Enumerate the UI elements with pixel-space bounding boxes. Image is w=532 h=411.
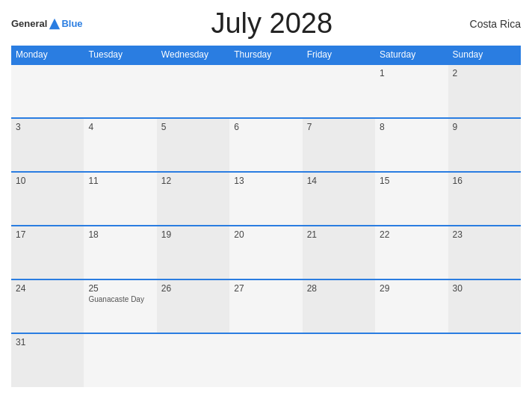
header-wednesday: Wednesday — [157, 46, 229, 64]
day-cell: 19 — [157, 226, 229, 279]
day-number: 11 — [88, 176, 152, 186]
svg-marker-0 — [49, 18, 60, 28]
country-label: Costa Rica — [461, 18, 521, 30]
day-cell: 7 — [303, 118, 375, 172]
week-row-4: 17181920212223 — [11, 226, 521, 279]
header-sunday: Sunday — [448, 46, 521, 64]
calendar-wrapper: General Blue July 2028 Costa Rica Monday… — [0, 0, 532, 411]
day-number: 4 — [88, 122, 152, 132]
day-number: 3 — [16, 122, 79, 132]
day-cell: 24 — [11, 279, 84, 333]
week-row-1: 12 — [11, 64, 521, 118]
day-cell: 16 — [448, 172, 521, 226]
day-cell: 25Guanacaste Day — [84, 279, 156, 333]
day-number: 27 — [234, 283, 297, 294]
day-number: 28 — [307, 283, 371, 294]
day-number: 2 — [453, 68, 516, 78]
day-number: 12 — [161, 176, 225, 186]
day-number: 9 — [453, 122, 516, 132]
day-cell — [157, 333, 229, 387]
day-cell: 2 — [448, 64, 521, 118]
day-cell — [229, 333, 302, 387]
week-row-2: 3456789 — [11, 118, 521, 172]
header-tuesday: Tuesday — [84, 46, 156, 64]
day-number: 29 — [380, 283, 443, 294]
day-cell: 4 — [84, 118, 156, 172]
day-number: 18 — [88, 229, 152, 240]
logo-icon — [48, 17, 61, 31]
day-cell: 1 — [375, 64, 448, 118]
day-cell: 31 — [11, 333, 84, 387]
day-number: 26 — [161, 283, 225, 294]
header-monday: Monday — [11, 46, 84, 64]
day-number: 22 — [380, 229, 443, 240]
day-number: 13 — [234, 176, 297, 186]
day-cell: 26 — [157, 279, 229, 333]
week-row-6: 31 — [11, 333, 521, 387]
header-friday: Friday — [303, 46, 375, 64]
day-cell: 8 — [375, 118, 448, 172]
day-cell — [229, 64, 302, 118]
day-number: 1 — [380, 68, 443, 78]
day-number: 19 — [161, 229, 225, 240]
week-row-3: 10111213141516 — [11, 172, 521, 226]
day-cell: 21 — [303, 226, 375, 279]
day-cell — [375, 333, 448, 387]
logo: General Blue — [11, 17, 83, 31]
day-cell: 22 — [375, 226, 448, 279]
week-row-5: 2425Guanacaste Day2627282930 — [11, 279, 521, 333]
day-cell: 18 — [84, 226, 156, 279]
day-cell: 30 — [448, 279, 521, 333]
logo-blue-text: Blue — [61, 18, 82, 29]
day-cell — [84, 64, 156, 118]
day-number: 7 — [307, 122, 371, 132]
day-number: 14 — [307, 176, 371, 186]
day-number: 15 — [380, 176, 443, 186]
day-number: 25 — [88, 283, 152, 294]
header-saturday: Saturday — [375, 46, 448, 64]
day-cell: 5 — [157, 118, 229, 172]
calendar-header: General Blue July 2028 Costa Rica — [11, 7, 521, 40]
day-cell: 28 — [303, 279, 375, 333]
day-number: 21 — [307, 229, 371, 240]
day-number: 10 — [16, 176, 79, 186]
day-cell: 14 — [303, 172, 375, 226]
day-cell: 3 — [11, 118, 84, 172]
day-cell: 6 — [229, 118, 302, 172]
day-cell: 10 — [11, 172, 84, 226]
day-number: 23 — [453, 229, 516, 240]
day-cell — [303, 64, 375, 118]
day-cell: 11 — [84, 172, 156, 226]
day-cell — [157, 64, 229, 118]
day-cell: 13 — [229, 172, 302, 226]
day-number: 16 — [453, 176, 516, 186]
day-number: 8 — [380, 122, 443, 132]
day-number: 6 — [234, 122, 297, 132]
day-cell: 17 — [11, 226, 84, 279]
calendar-body: 1234567891011121314151617181920212223242… — [11, 64, 521, 387]
day-number: 5 — [161, 122, 225, 132]
day-number: 20 — [234, 229, 297, 240]
day-number: 24 — [16, 283, 79, 294]
day-cell: 15 — [375, 172, 448, 226]
day-cell: 20 — [229, 226, 302, 279]
header-thursday: Thursday — [229, 46, 302, 64]
day-number: 31 — [16, 337, 79, 347]
day-cell: 29 — [375, 279, 448, 333]
day-headers-row: Monday Tuesday Wednesday Thursday Friday… — [11, 46, 521, 64]
calendar-table: Monday Tuesday Wednesday Thursday Friday… — [11, 46, 521, 387]
holiday-label: Guanacaste Day — [88, 295, 152, 303]
day-cell: 12 — [157, 172, 229, 226]
day-cell — [11, 64, 84, 118]
day-cell: 23 — [448, 226, 521, 279]
day-number: 17 — [16, 229, 79, 240]
logo-general-text: General — [11, 18, 47, 29]
day-cell: 27 — [229, 279, 302, 333]
day-cell: 9 — [448, 118, 521, 172]
month-title: July 2028 — [83, 7, 461, 40]
day-number: 30 — [453, 283, 516, 294]
day-cell — [303, 333, 375, 387]
day-cell — [448, 333, 521, 387]
day-cell — [84, 333, 156, 387]
